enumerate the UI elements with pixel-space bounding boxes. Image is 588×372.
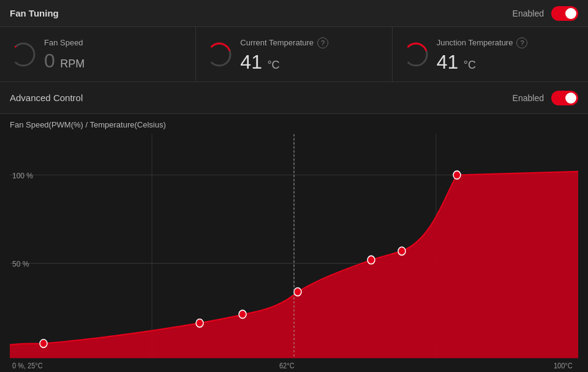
junction-temp-label: Junction Temperature ? xyxy=(437,37,578,48)
svg-point-16 xyxy=(196,319,203,327)
chart-container: Fan Speed(PWM(%) / Temperature(Celsius) … xyxy=(0,114,588,372)
svg-point-18 xyxy=(294,288,301,296)
fan-speed-gauge xyxy=(10,41,37,68)
svg-point-19 xyxy=(368,256,375,264)
chart-area[interactable]: 100 % 50 % 0 %, 25°C 6 xyxy=(10,134,578,372)
fan-speed-label: Fan Speed xyxy=(44,38,186,47)
svg-point-15 xyxy=(40,340,47,347)
svg-text:50 %: 50 % xyxy=(12,260,29,269)
current-temp-help-icon[interactable]: ? xyxy=(317,37,328,48)
advanced-control-bar: Advanced Control Enabled xyxy=(0,82,588,114)
current-temp-cell: Current Temperature ? 41 °C xyxy=(196,27,392,82)
advanced-enabled-label: Enabled xyxy=(513,93,544,103)
header-enabled-label: Enabled xyxy=(513,9,544,18)
fan-speed-value: 0 RPM xyxy=(44,51,186,70)
svg-text:100 %: 100 % xyxy=(12,172,33,181)
current-temp-info: Current Temperature ? 41 °C xyxy=(240,37,382,72)
junction-temp-info: Junction Temperature ? 41 °C xyxy=(437,37,578,72)
chart-title: Fan Speed(PWM(%) / Temperature(Celsius) xyxy=(10,120,578,129)
fan-speed-info: Fan Speed 0 RPM xyxy=(44,38,186,70)
svg-point-0 xyxy=(8,39,39,70)
advanced-control-label: Advanced Control xyxy=(10,93,83,103)
junction-temp-cell: Junction Temperature ? 41 °C xyxy=(393,27,588,82)
advanced-toggle[interactable] xyxy=(551,91,578,105)
svg-text:62°C: 62°C xyxy=(279,362,295,370)
svg-text:100°C: 100°C xyxy=(554,362,573,370)
fan-curve-chart[interactable]: 100 % 50 % 0 %, 25°C 6 xyxy=(10,134,578,372)
app-title: Fan Tuning xyxy=(10,8,59,18)
svg-point-17 xyxy=(239,310,246,318)
junction-temp-help-icon[interactable]: ? xyxy=(516,37,527,48)
svg-point-20 xyxy=(398,247,405,255)
current-temp-value: 41 °C xyxy=(240,52,382,72)
header-toggle[interactable] xyxy=(551,6,578,21)
current-temp-label: Current Temperature ? xyxy=(240,37,382,48)
svg-point-21 xyxy=(453,171,461,179)
junction-temp-value: 41 °C xyxy=(437,52,578,72)
advanced-toggle-thumb xyxy=(565,93,576,104)
toggle-thumb xyxy=(565,8,576,19)
header-bar: Fan Tuning Enabled xyxy=(0,0,588,27)
advanced-right: Enabled xyxy=(513,91,578,105)
fan-speed-cell: Fan Speed 0 RPM xyxy=(0,27,196,82)
current-temp-gauge xyxy=(206,41,233,68)
stats-row: Fan Speed 0 RPM Current Temperature ? 41… xyxy=(0,27,588,82)
header-right: Enabled xyxy=(513,6,578,21)
svg-text:0 %, 25°C: 0 %, 25°C xyxy=(12,362,43,370)
junction-temp-gauge xyxy=(402,41,429,68)
